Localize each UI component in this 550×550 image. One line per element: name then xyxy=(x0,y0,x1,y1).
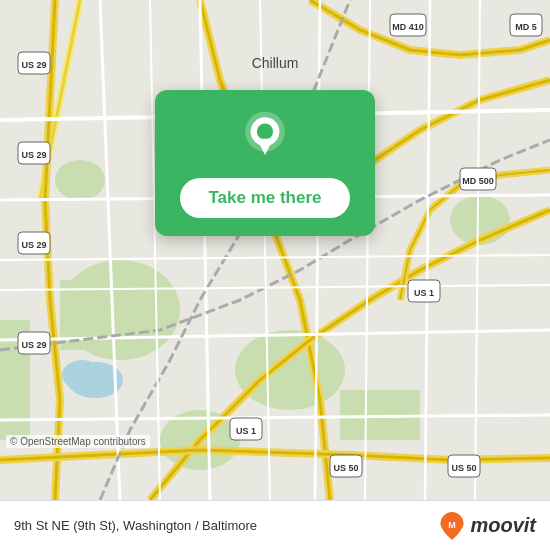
moovit-pin-icon: M xyxy=(438,512,466,540)
svg-text:MD 410: MD 410 xyxy=(392,22,424,32)
svg-text:US 50: US 50 xyxy=(451,463,476,473)
map-container: Chillum US 29 US 29 US 29 US 29 US 1 US … xyxy=(0,0,550,500)
svg-text:M: M xyxy=(449,519,457,529)
take-me-there-button[interactable]: Take me there xyxy=(180,178,349,218)
svg-text:US 50: US 50 xyxy=(333,463,358,473)
moovit-brand-name: moovit xyxy=(470,514,536,537)
osm-attribution: © OpenStreetMap contributors xyxy=(6,435,150,448)
svg-point-3 xyxy=(235,330,345,410)
svg-point-52 xyxy=(257,124,273,140)
location-label: 9th St NE (9th St), Washington / Baltimo… xyxy=(14,518,438,533)
svg-point-8 xyxy=(55,160,105,200)
location-pin-icon xyxy=(238,110,292,164)
svg-point-10 xyxy=(62,360,102,390)
svg-text:Chillum: Chillum xyxy=(252,55,299,71)
svg-text:US 1: US 1 xyxy=(414,288,434,298)
moovit-logo: M moovit xyxy=(438,512,536,540)
overlay-card: Take me there xyxy=(155,90,375,236)
map-background: Chillum US 29 US 29 US 29 US 29 US 1 US … xyxy=(0,0,550,500)
svg-text:MD 500: MD 500 xyxy=(462,176,494,186)
svg-text:US 29: US 29 xyxy=(21,60,46,70)
svg-text:US 29: US 29 xyxy=(21,150,46,160)
svg-text:US 1: US 1 xyxy=(236,426,256,436)
svg-text:MD 5: MD 5 xyxy=(515,22,537,32)
svg-text:US 29: US 29 xyxy=(21,240,46,250)
bottom-bar: 9th St NE (9th St), Washington / Baltimo… xyxy=(0,500,550,550)
svg-text:US 29: US 29 xyxy=(21,340,46,350)
